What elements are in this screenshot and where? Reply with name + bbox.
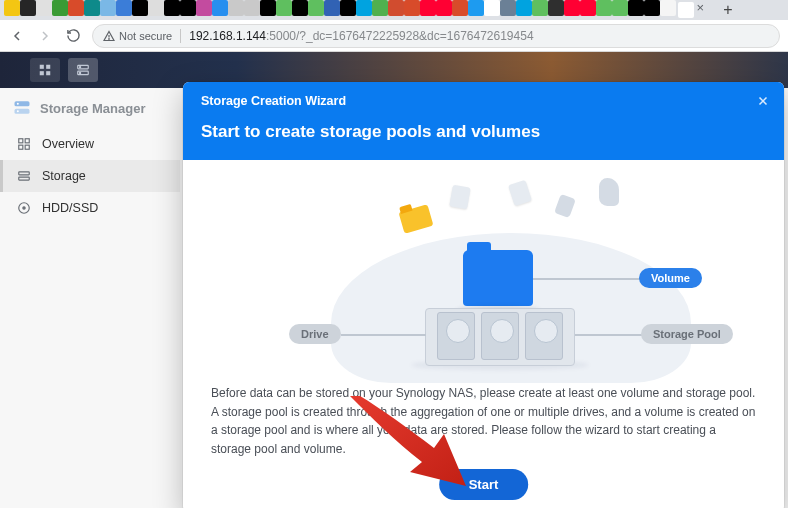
browser-tab[interactable]: [68, 0, 84, 16]
sidebar: Overview Storage HDD/SSD: [0, 128, 180, 508]
browser-tab[interactable]: [292, 0, 308, 16]
browser-tab[interactable]: [196, 0, 212, 16]
browser-tab[interactable]: [420, 0, 436, 16]
dialog-body: Volume Storage Pool Drive Before data ca…: [183, 160, 784, 508]
browser-tab[interactable]: [356, 0, 372, 16]
dsm-app-grid-button[interactable]: [30, 58, 60, 82]
label-drive: Drive: [289, 324, 341, 344]
start-button[interactable]: Start: [439, 469, 529, 500]
browser-tab[interactable]: [500, 0, 516, 16]
browser-tab[interactable]: [244, 0, 260, 16]
not-secure-label: Not secure: [119, 30, 172, 42]
connector-line: [341, 334, 426, 336]
close-tab-icon[interactable]: ×: [696, 0, 704, 15]
browser-tab[interactable]: [436, 0, 452, 16]
browser-tab[interactable]: [52, 0, 68, 16]
browser-tab-strip: × +: [0, 0, 788, 20]
svg-point-12: [17, 110, 19, 112]
drive-icon: [525, 312, 563, 360]
sidebar-item-label: HDD/SSD: [42, 201, 98, 215]
sidebar-item-hdd-ssd[interactable]: HDD/SSD: [0, 192, 180, 224]
browser-tab[interactable]: [564, 0, 580, 16]
label-volume: Volume: [639, 268, 702, 288]
sidebar-item-label: Storage: [42, 169, 86, 183]
blob-icon: [599, 178, 619, 206]
browser-tab[interactable]: [324, 0, 340, 16]
sidebar-item-overview[interactable]: Overview: [0, 128, 180, 160]
browser-tab[interactable]: [132, 0, 148, 16]
drive-icon: [481, 312, 519, 360]
svg-rect-14: [25, 139, 29, 143]
browser-tab[interactable]: [100, 0, 116, 16]
volume-folder-icon: [463, 250, 533, 306]
svg-point-7: [80, 67, 81, 68]
browser-tab[interactable]: [4, 0, 20, 16]
svg-rect-4: [46, 71, 50, 75]
browser-tab[interactable]: [596, 0, 612, 16]
browser-tab[interactable]: [628, 0, 644, 16]
browser-tab[interactable]: [276, 0, 292, 16]
forward-button: [36, 27, 54, 45]
browser-tab[interactable]: [212, 0, 228, 16]
browser-tab[interactable]: [372, 0, 388, 16]
storage-manager-icon: [12, 98, 32, 118]
browser-tab[interactable]: [308, 0, 324, 16]
browser-tab[interactable]: [660, 0, 676, 16]
address-bar[interactable]: Not secure 192.168.1.144:5000/?_dc=16764…: [92, 24, 780, 48]
svg-rect-16: [25, 145, 29, 149]
browser-tab[interactable]: [180, 0, 196, 16]
connector-line: [533, 278, 645, 280]
sidebar-item-label: Overview: [42, 137, 94, 151]
browser-tab[interactable]: [116, 0, 132, 16]
svg-rect-17: [19, 172, 30, 175]
browser-tab[interactable]: [260, 0, 276, 16]
drive-icon: [437, 312, 475, 360]
new-tab-button[interactable]: +: [716, 1, 740, 19]
svg-rect-18: [19, 177, 30, 180]
browser-tab[interactable]: [228, 0, 244, 16]
browser-tab[interactable]: [340, 0, 356, 16]
divider: [180, 29, 181, 43]
browser-tab[interactable]: [84, 0, 100, 16]
disk-icon: [16, 200, 32, 216]
browser-tab[interactable]: [36, 0, 52, 16]
svg-rect-2: [46, 65, 50, 69]
browser-tab[interactable]: [404, 0, 420, 16]
svg-rect-13: [19, 139, 23, 143]
browser-tab[interactable]: [388, 0, 404, 16]
dialog-title: Start to create storage pools and volume…: [201, 108, 766, 160]
browser-tab[interactable]: [20, 0, 36, 16]
storage-icon: [16, 168, 32, 184]
dsm-storage-button[interactable]: [68, 58, 98, 82]
browser-toolbar: Not secure 192.168.1.144:5000/?_dc=16764…: [0, 20, 788, 52]
svg-point-11: [17, 103, 19, 105]
close-icon: [756, 94, 770, 108]
browser-tab[interactable]: [468, 0, 484, 16]
overview-icon: [16, 136, 32, 152]
reload-button[interactable]: [64, 27, 82, 45]
label-storage-pool: Storage Pool: [641, 324, 733, 344]
browser-tab[interactable]: [612, 0, 628, 16]
browser-tab[interactable]: [516, 0, 532, 16]
back-button[interactable]: [8, 27, 26, 45]
browser-tab[interactable]: [580, 0, 596, 16]
close-button[interactable]: [756, 94, 770, 112]
browser-tab[interactable]: [148, 0, 164, 16]
browser-tab[interactable]: [644, 0, 660, 16]
browser-tab[interactable]: [164, 0, 180, 16]
svg-point-20: [23, 207, 25, 209]
browser-tab[interactable]: [548, 0, 564, 16]
sidebar-item-storage[interactable]: Storage: [0, 160, 180, 192]
drives-icon: [435, 312, 565, 362]
browser-tab[interactable]: [452, 0, 468, 16]
dialog-header: Storage Creation Wizard Start to create …: [183, 82, 784, 160]
wizard-description: Before data can be stored on your Synolo…: [211, 384, 756, 458]
browser-tab[interactable]: [532, 0, 548, 16]
svg-rect-15: [19, 145, 23, 149]
active-tab[interactable]: ×: [678, 2, 694, 18]
document-icon: [508, 180, 532, 206]
url-text: 192.168.1.144:5000/?_dc=1676472225928&dc…: [189, 29, 533, 43]
browser-tab[interactable]: [484, 0, 500, 16]
svg-point-8: [80, 72, 81, 73]
security-indicator[interactable]: Not secure: [103, 30, 172, 42]
